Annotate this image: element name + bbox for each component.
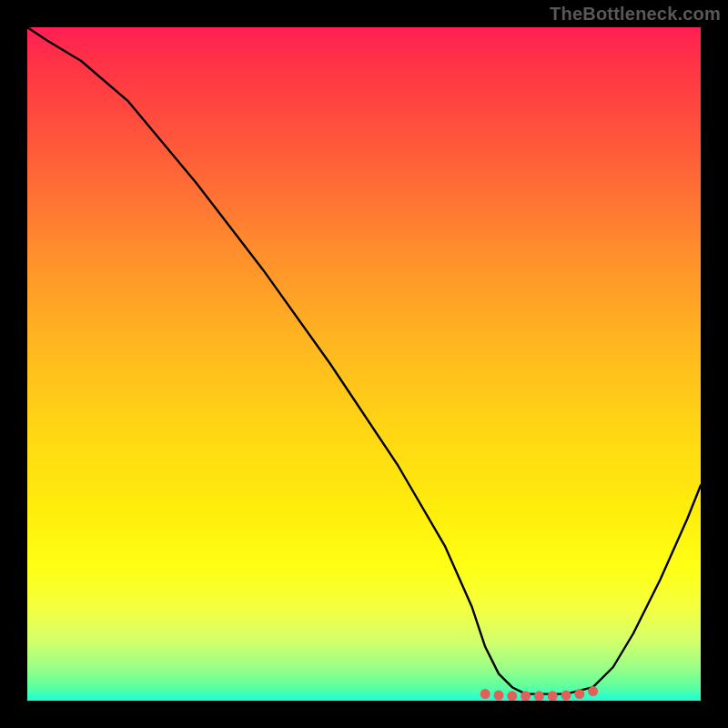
bottleneck-curve-line [27,27,701,694]
optimal-range-marker-icon [521,691,531,701]
optimal-range-marker-icon [588,686,598,696]
optimal-range-marker-icon [480,689,490,699]
watermark-text: TheBottleneck.com [550,4,721,25]
optimal-range-marker-icon [494,691,504,701]
optimal-range-marker-group [480,686,598,701]
optimal-range-marker-icon [548,691,558,701]
optimal-range-marker-icon [507,691,517,701]
optimal-range-marker-icon [561,691,571,701]
plot-overlay-svg [27,27,701,701]
optimal-range-marker-icon [534,691,544,701]
figure-root: TheBottleneck.com [0,0,728,728]
optimal-range-marker-icon [574,689,584,699]
